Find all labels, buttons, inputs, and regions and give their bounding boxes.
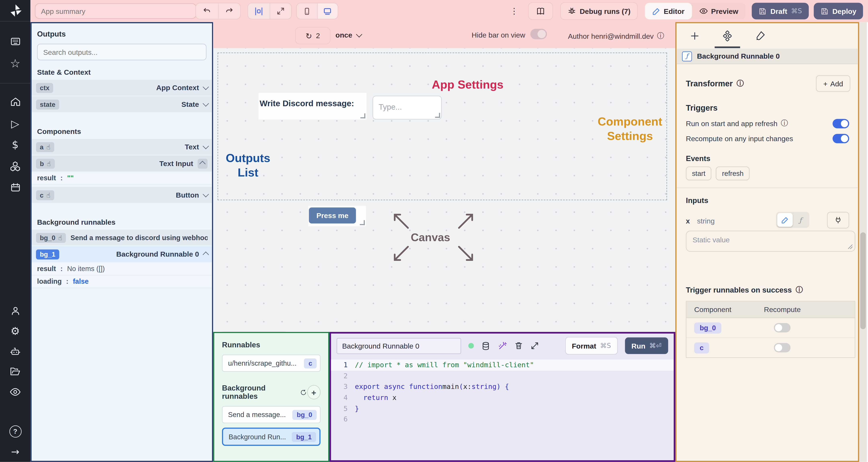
- input-x-row: x string: [686, 217, 715, 225]
- debug-runs-button[interactable]: Debug runs (7): [560, 2, 638, 20]
- hide-bar-toggle[interactable]: [530, 29, 547, 39]
- selected-runnable-header[interactable]: ƒ Background Runnable 0: [677, 48, 858, 64]
- output-row-state[interactable]: state State: [32, 96, 212, 113]
- preview-label: Preview: [711, 7, 738, 15]
- favorites-star-icon[interactable]: ☆: [0, 53, 31, 75]
- result-value: "": [67, 174, 74, 182]
- audit-eye-icon[interactable]: [0, 382, 31, 402]
- chevron-down-icon[interactable]: [203, 84, 208, 90]
- draft-button[interactable]: Draft ⌘S: [752, 3, 809, 20]
- event-start-pill[interactable]: start: [686, 166, 712, 180]
- mobile-view-icon[interactable]: [297, 3, 317, 19]
- runnable-item-bg1-selected[interactable]: Background Run... bg_1: [222, 428, 320, 446]
- author-label: Author henri@windmill.dev ⓘ: [568, 31, 664, 41]
- fullscreen-layout-icon[interactable]: [269, 3, 291, 19]
- workers-robot-icon[interactable]: [0, 341, 31, 361]
- output-row-c[interactable]: c☝ Button: [32, 187, 212, 204]
- expand-editor-icon[interactable]: [530, 341, 539, 350]
- recompute-toggle[interactable]: [833, 134, 849, 143]
- run-button[interactable]: Run ⌘⏎: [625, 337, 668, 354]
- docs-button[interactable]: [528, 2, 553, 20]
- refresh-count-button[interactable]: ↻ 2: [295, 27, 330, 44]
- info-icon[interactable]: ⓘ: [657, 31, 664, 41]
- app-summary-input[interactable]: [35, 3, 196, 19]
- chevron-down-icon[interactable]: [203, 101, 208, 106]
- event-refresh-pill[interactable]: refresh: [716, 166, 750, 180]
- info-icon[interactable]: ⓘ: [781, 119, 788, 129]
- runnable-editor-panel: Format ⌘S Run ⌘⏎ 1 // import * as wmill …: [329, 332, 675, 462]
- info-icon[interactable]: ⓘ: [796, 285, 803, 295]
- insert-component-tab[interactable]: [690, 23, 700, 48]
- text-component-a[interactable]: Write Discord message:: [258, 93, 367, 120]
- draft-label: Draft: [770, 7, 787, 15]
- apps-icon[interactable]: [0, 30, 31, 53]
- schedules-icon[interactable]: [0, 177, 31, 198]
- code-editor[interactable]: 1 // import * as wmill from "windmill-cl…: [331, 360, 674, 460]
- text-input-component-b[interactable]: Type...: [373, 96, 442, 120]
- c-recompute-toggle[interactable]: [774, 343, 790, 352]
- chevron-down-icon[interactable]: [203, 143, 208, 149]
- chevron-up-icon[interactable]: [198, 158, 208, 168]
- output-row-ctx[interactable]: ctx App Context: [32, 80, 212, 96]
- settings-tab[interactable]: [722, 23, 733, 48]
- ai-wand-icon[interactable]: [498, 341, 507, 351]
- resources-icon[interactable]: [0, 156, 31, 177]
- delete-trash-icon[interactable]: [514, 341, 523, 350]
- tab-preview[interactable]: Preview: [692, 3, 746, 20]
- home-icon[interactable]: [0, 91, 31, 113]
- static-mode-pencil-icon[interactable]: [777, 213, 793, 227]
- textarea-resize-grip[interactable]: [848, 244, 852, 249]
- static-value-textarea[interactable]: Static value: [686, 231, 855, 252]
- bg0-recompute-toggle[interactable]: [774, 323, 790, 332]
- database-icon[interactable]: [481, 341, 491, 351]
- add-background-runnable-button[interactable]: +: [307, 385, 320, 400]
- deploy-button[interactable]: Deploy: [813, 3, 863, 20]
- collapse-arrow-icon[interactable]: →: [0, 442, 31, 462]
- redo-button[interactable]: [218, 3, 240, 19]
- runnable-item-c[interactable]: u/henri/scrape_githu... c: [222, 355, 320, 372]
- theme-brush-tab[interactable]: [755, 23, 766, 48]
- result-key: result: [37, 174, 56, 182]
- folders-icon[interactable]: [0, 361, 31, 382]
- right-scrollbar[interactable]: [859, 22, 867, 462]
- user-icon[interactable]: [0, 301, 31, 321]
- desktop-view-icon[interactable]: [317, 3, 338, 19]
- chevron-up-icon[interactable]: [203, 252, 208, 258]
- chevron-down-icon[interactable]: [203, 191, 208, 197]
- variables-icon[interactable]: $: [0, 134, 31, 156]
- scrollbar-thumb[interactable]: [860, 232, 866, 329]
- output-row-bg0[interactable]: bg_0☝ Send a message to discord using we…: [32, 230, 212, 246]
- output-row-b[interactable]: b☝ Text Input: [32, 156, 212, 172]
- schedule-dropdown[interactable]: once: [336, 27, 362, 43]
- windmill-logo[interactable]: [9, 4, 22, 17]
- eval-mode-function-icon[interactable]: ƒ: [793, 213, 808, 227]
- runnable-item-bg0[interactable]: Send a message... bg_0: [222, 406, 320, 423]
- connect-plug-icon[interactable]: [827, 212, 849, 229]
- output-row-a[interactable]: a☝ Text: [32, 139, 212, 156]
- centered-layout-icon[interactable]: [248, 3, 269, 19]
- recompute-label: Recompute on any input changes: [686, 134, 793, 142]
- ctx-badge: ctx: [36, 83, 53, 93]
- format-button[interactable]: Format ⌘S: [565, 337, 618, 355]
- info-icon[interactable]: ⓘ: [737, 78, 744, 89]
- help-icon[interactable]: ?: [0, 422, 31, 442]
- editor-toolbar: Format ⌘S Run ⌘⏎: [331, 333, 674, 358]
- run-on-start-toggle[interactable]: [833, 119, 849, 128]
- tab-editor[interactable]: Editor: [645, 3, 692, 20]
- device-toggle-group: [296, 3, 338, 20]
- press-me-button[interactable]: Press me: [309, 207, 356, 224]
- settings-gear-icon[interactable]: ⚙: [0, 321, 31, 341]
- search-outputs-input[interactable]: [37, 44, 207, 60]
- bg0-badge[interactable]: bg_0: [694, 322, 721, 333]
- kebab-menu-icon[interactable]: ⋮: [510, 6, 518, 16]
- b-badge: b: [40, 160, 44, 167]
- runs-icon[interactable]: ▷: [0, 113, 31, 134]
- c-badge[interactable]: c: [694, 342, 709, 353]
- runnable-name-input[interactable]: [337, 338, 461, 354]
- undo-button[interactable]: [196, 3, 218, 19]
- output-row-bg1[interactable]: bg_1 Background Runnable 0: [32, 246, 212, 263]
- resize-handle[interactable]: [361, 113, 366, 119]
- resize-handle[interactable]: [435, 113, 440, 118]
- add-transformer-button[interactable]: +Add: [816, 75, 850, 92]
- resize-handle[interactable]: [360, 220, 365, 225]
